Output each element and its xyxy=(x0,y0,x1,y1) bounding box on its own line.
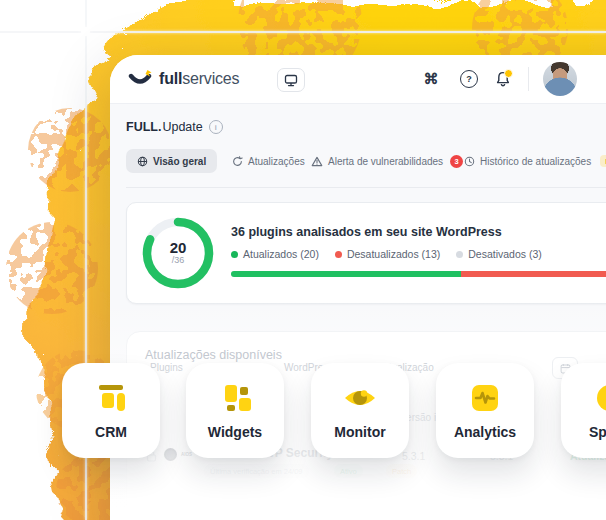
app-card-widgets[interactable]: Widgets xyxy=(186,363,284,458)
page-title-bold: FULL. xyxy=(126,120,161,134)
brand-name: fullservices xyxy=(159,70,239,88)
legend-item-atualizados: Atualizados (20) xyxy=(231,248,319,260)
app-card-crm[interactable]: CRM xyxy=(62,363,160,458)
legend-label: Atualizados (20) xyxy=(243,248,319,260)
plugins-summary-card: 20 /36 36 plugins analisados em seu site… xyxy=(126,202,606,304)
header-divider xyxy=(528,67,529,91)
page-title: FULL.Update i xyxy=(126,104,606,134)
bar-segment-desatualizados xyxy=(461,271,606,277)
app-card-label: Speed xyxy=(589,424,606,440)
brand-logo[interactable]: fullservices xyxy=(128,68,239,90)
ring-value: 20 xyxy=(170,240,187,257)
app-card-monitor[interactable]: Monitor xyxy=(311,363,409,458)
app-card-label: Monitor xyxy=(334,424,385,440)
app-card-label: CRM xyxy=(95,424,127,440)
plugins-progress-bar xyxy=(231,271,606,277)
legend-item-desativados: Desativados (3) xyxy=(456,248,542,260)
tab-label: Histórico de atualizações xyxy=(480,156,591,167)
vulnerability-count-badge: 3 xyxy=(450,155,463,168)
crm-icon xyxy=(94,381,128,415)
summary-title: 36 plugins analisados em seu site WordPr… xyxy=(231,225,606,239)
tab-label: Alerta de vulnerabilidades xyxy=(328,156,443,167)
page: fullservices ⌘ ? xyxy=(0,0,606,520)
updates-available-title: Atualizações disponíveis xyxy=(145,348,606,362)
app-header: fullservices ⌘ ? xyxy=(110,55,606,104)
pro-badge: PRO xyxy=(600,155,606,167)
tab-atualizacoes[interactable]: Atualizações xyxy=(232,149,305,173)
gray-dot-icon xyxy=(456,251,463,258)
analytics-icon xyxy=(468,381,502,415)
command-menu-button[interactable]: ⌘ xyxy=(422,70,440,88)
guide-intersection-dot xyxy=(81,27,90,36)
summary-legend: Atualizados (20) Desatualizados (13) Des… xyxy=(231,248,606,260)
legend-label: Desatualizados (13) xyxy=(347,248,440,260)
display-icon xyxy=(284,74,298,87)
tab-label: Atualizações xyxy=(248,156,305,167)
horizontal-guide-line xyxy=(0,31,606,33)
notifications-button[interactable] xyxy=(494,70,512,88)
tab-bar: Visão geral Atualizações Alerta de xyxy=(126,149,606,173)
progress-ring: 20 /36 xyxy=(141,216,215,290)
legend-label: Desativados (3) xyxy=(468,248,542,260)
app-card-analytics[interactable]: Analytics xyxy=(436,363,534,458)
header-actions: ⌘ ? xyxy=(422,55,577,103)
tab-visao-geral[interactable]: Visão geral xyxy=(126,149,217,173)
tab-alerta-vulnerabilidades[interactable]: Alerta de vulnerabilidades 3 xyxy=(311,149,463,173)
refresh-icon xyxy=(232,156,243,167)
globe-icon xyxy=(137,156,148,167)
monitor-eye-icon xyxy=(342,381,378,415)
green-dot-icon xyxy=(231,251,238,258)
warning-icon xyxy=(311,156,323,167)
notification-dot xyxy=(504,69,513,78)
app-card-label: Analytics xyxy=(454,424,516,440)
app-card-speed[interactable]: Speed xyxy=(561,363,606,458)
red-dot-icon xyxy=(335,251,342,258)
tabs-divider xyxy=(126,187,606,188)
app-card-label: Widgets xyxy=(208,424,262,440)
page-title-rest: Update xyxy=(162,120,202,134)
info-icon[interactable]: i xyxy=(209,120,223,134)
smile-logo-icon xyxy=(128,68,152,90)
display-mode-button[interactable] xyxy=(277,68,305,92)
clock-icon xyxy=(464,156,475,167)
bar-segment-atualizados xyxy=(231,271,461,277)
legend-item-desatualizados: Desatualizados (13) xyxy=(335,248,440,260)
user-avatar[interactable] xyxy=(543,62,577,96)
help-icon[interactable]: ? xyxy=(460,70,478,88)
widgets-icon xyxy=(218,381,252,415)
ring-total: /36 xyxy=(172,256,185,266)
speed-icon xyxy=(593,381,606,415)
brand-bold: full xyxy=(159,70,182,87)
tab-label: Visão geral xyxy=(153,156,206,167)
tab-historico-atualizacoes[interactable]: Histórico de atualizações PRO xyxy=(464,149,606,173)
brand-light: services xyxy=(182,70,239,87)
